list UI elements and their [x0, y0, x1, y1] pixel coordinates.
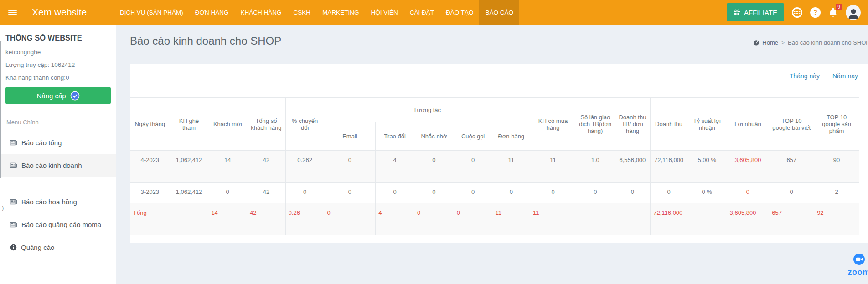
column-header: Khách mới: [208, 98, 247, 151]
top-navbar: Xem website DỊCH VỤ (SẢN PHẨM)ĐƠN HÀNGKH…: [0, 0, 868, 25]
table-cell: 0: [530, 183, 576, 203]
table-cell: 657: [769, 151, 814, 183]
affiliate-label: AFFILIATE: [744, 9, 777, 16]
total-cell: 0: [324, 203, 376, 235]
table-cell: 1,062,412: [170, 183, 208, 203]
total-cell: 92: [814, 203, 859, 235]
total-cell: 4: [376, 203, 414, 235]
nav-item[interactable]: ĐƠN HÀNG: [189, 0, 235, 25]
report-filters: Tháng nàyNăm nay: [130, 69, 868, 86]
sidebar-item[interactable]: Báo cáo kinh doanh: [0, 154, 116, 177]
table-cell: 0: [769, 183, 814, 203]
help-icon[interactable]: ?: [810, 7, 821, 18]
table-cell: 3,605,800: [727, 151, 769, 183]
column-header: Cuộc gọi: [454, 122, 492, 151]
notification-badge: 9: [836, 4, 842, 10]
breadcrumb-home-label: Home: [762, 39, 778, 46]
nav-item[interactable]: MARKETING: [316, 0, 365, 25]
sidebar: THÔNG SỐ WEBSITE ketcongnghe Lượng truy …: [0, 25, 116, 284]
sidebar-item[interactable]: Báo cáo tổng: [0, 131, 116, 154]
newspaper-icon: [10, 199, 17, 205]
table-cell: 11: [492, 151, 530, 183]
total-cell: [576, 203, 615, 235]
column-header: Email: [324, 122, 376, 151]
table-total-row: Tổng14420.260400111172,116,0003,605,8006…: [130, 203, 859, 235]
website-stats: THÔNG SỐ WEBSITE ketcongnghe Lượng truy …: [0, 25, 116, 104]
table-cell: 11: [530, 151, 576, 183]
column-header: Đơn hàng: [492, 122, 530, 151]
nav-item[interactable]: CÀI ĐẶT: [404, 0, 440, 25]
table-cell: 0: [492, 183, 530, 203]
column-header: Lợi nhuận: [727, 98, 769, 151]
notifications-bell-icon[interactable]: 9: [828, 7, 838, 18]
table-cell: 0: [651, 183, 687, 203]
column-header: TOP 10 google bài viết: [769, 98, 814, 151]
table-cell: 0: [285, 183, 324, 203]
total-cell: [615, 203, 651, 235]
site-name: ketcongnghe: [5, 49, 110, 56]
content-header: Báo cáo kinh doanh cho SHOP Home > Báo c…: [116, 25, 868, 64]
nav-item[interactable]: CSKH: [288, 0, 317, 25]
zoom-camera-icon: [853, 253, 865, 265]
info-icon: [10, 244, 17, 251]
main-content: Báo cáo kinh doanh cho SHOP Home > Báo c…: [116, 25, 868, 284]
sidebar-item[interactable]: Báo cáo hoa hồng: [0, 190, 116, 213]
table-cell: 42: [247, 183, 286, 203]
column-header: Doanh thu: [651, 98, 687, 151]
newspaper-icon: [10, 140, 17, 146]
table-cell: 2: [814, 183, 859, 203]
column-header: Tổng số khách hàng: [247, 98, 286, 151]
table-cell: 0: [727, 183, 769, 203]
sidebar-item-label: Báo cáo hoa hồng: [21, 198, 77, 206]
table-cell: 6,556,000: [615, 151, 651, 183]
breadcrumb: Home > Báo cáo kinh doanh cho SHOP: [753, 39, 868, 46]
nav-item[interactable]: KHÁCH HÀNG: [235, 0, 288, 25]
table-row: 4-20231,062,41214420.262040011111.06,556…: [130, 151, 859, 183]
globe-icon[interactable]: [792, 7, 802, 18]
success-stat: Khả năng thành công:0: [5, 74, 110, 81]
user-avatar[interactable]: [846, 5, 861, 20]
total-cell: 42: [247, 203, 286, 235]
dashboard-icon: [753, 40, 760, 46]
zoom-chat-widget[interactable]: zoom: [842, 253, 868, 277]
total-cell: 14: [208, 203, 247, 235]
sidebar-scrollbar[interactable]: [0, 41, 1, 178]
sidebar-item-label: Báo cáo kinh doanh: [21, 162, 82, 169]
total-cell: 11: [530, 203, 576, 235]
report-table: Ngày thángKH ghé thămKhách mớiTổng số kh…: [130, 97, 859, 235]
breadcrumb-current: Báo cáo kinh doanh cho SHOP: [788, 39, 868, 46]
upgrade-button[interactable]: Nâng cấp: [5, 87, 111, 104]
total-cell: 72,116,000: [651, 203, 687, 235]
nav-item[interactable]: ĐÀO TẠO: [440, 0, 480, 25]
table-row: 3-20231,062,41204200000000000 %002: [130, 183, 859, 203]
table-cell: 0: [414, 183, 454, 203]
table-cell: 90: [814, 151, 859, 183]
total-cell: 11: [492, 203, 530, 235]
filter-link[interactable]: Năm nay: [832, 72, 858, 80]
table-cell: 0: [454, 183, 492, 203]
nav-item[interactable]: DỊCH VỤ (SẢN PHẨM): [114, 0, 189, 25]
brand-link[interactable]: Xem website: [25, 0, 114, 25]
nav-item[interactable]: BÁO CÁO: [479, 0, 519, 25]
table-cell: 0: [454, 151, 492, 183]
total-cell: [170, 203, 208, 235]
column-header: Ngày tháng: [130, 98, 170, 151]
filter-link[interactable]: Tháng này: [790, 72, 820, 80]
sidebar-item-label: Báo cáo tổng: [21, 139, 62, 147]
report-panel: Tháng nàyNăm nay Ngày thángKH ghé thămKh…: [130, 64, 868, 243]
affiliate-button[interactable]: AFFILIATE: [727, 3, 784, 21]
sidebar-item[interactable]: Báo cáo quảng cáo moma: [0, 213, 116, 236]
table-cell: 42: [247, 151, 286, 183]
nav-item[interactable]: HỘI VIÊN: [365, 0, 403, 25]
check-circle-icon: [70, 91, 80, 101]
sidebar-menu-title: Menu Chính: [0, 104, 116, 126]
gift-icon: [734, 9, 740, 16]
table-cell: 5.00 %: [687, 151, 727, 183]
table-cell: 72,116,000: [651, 151, 687, 183]
hamburger-menu-icon[interactable]: [0, 0, 25, 25]
column-header: Tỷ suất lợi nhuận: [687, 98, 727, 151]
sidebar-item[interactable]: Quảng cáo: [0, 236, 116, 259]
table-cell: 1,062,412: [170, 151, 208, 183]
table-cell: 0: [414, 151, 454, 183]
breadcrumb-home-link[interactable]: Home: [753, 39, 778, 46]
